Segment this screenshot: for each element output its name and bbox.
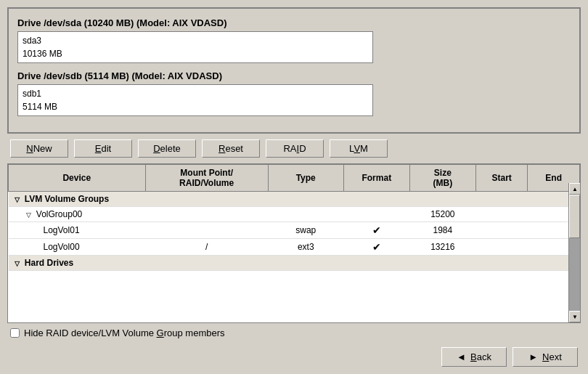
format-check: ✔ [372, 224, 381, 236]
delete-button[interactable]: Delete [138, 139, 196, 158]
drive2-info: sdb1 5114 MB [17, 84, 373, 116]
partition-table-container: Device Mount Point/RAID/Volume Type Form… [7, 163, 581, 323]
col-format: Format [343, 165, 409, 192]
lvm-section-arrow: ▽ [15, 196, 20, 203]
table-row: ▽ Hard Drives [9, 256, 580, 271]
scrollbar[interactable]: ▲ ▼ [568, 183, 580, 322]
partition-table: Device Mount Point/RAID/Volume Type Form… [8, 164, 580, 271]
hd-section-label: Hard Drives [25, 258, 73, 268]
drive1-title: Drive /dev/sda (10240 MB) (Model: AIX VD… [17, 17, 571, 28]
next-button[interactable]: ► Next [513, 347, 578, 367]
back-label: Back [470, 351, 491, 362]
table-row: LogVol01 swap ✔ 1984 [9, 222, 580, 239]
main-container: Drive /dev/sda (10240 MB) (Model: AIX VD… [0, 0, 588, 374]
table-row: ▽ LVM Volume Groups [9, 192, 580, 207]
new-button[interactable]: NNew [10, 139, 68, 158]
drives-panel: Drive /dev/sda (10240 MB) (Model: AIX VD… [7, 7, 581, 134]
hide-members-label: Hide RAID device/LVM Volume Group member… [24, 328, 225, 338]
table-scroll[interactable]: Device Mount Point/RAID/Volume Type Form… [8, 164, 580, 322]
drive1-info: sda3 10136 MB [17, 31, 373, 63]
col-start: Start [475, 165, 528, 192]
next-label: Next [542, 351, 562, 362]
drive2-title: Drive /dev/sdb (5114 MB) (Model: AIX VDA… [17, 70, 571, 81]
scroll-up-button[interactable]: ▲ [569, 183, 581, 195]
col-type: Type [268, 165, 343, 192]
scroll-down-button[interactable]: ▼ [569, 311, 581, 322]
col-mount: Mount Point/RAID/Volume [145, 165, 268, 192]
back-icon: ◄ [457, 351, 466, 362]
col-device: Device [9, 165, 146, 192]
volgroup-arrow: ▽ [26, 211, 31, 219]
col-size: Size(MB) [409, 165, 475, 192]
table-row: LogVol00 / ext3 ✔ 13216 [9, 239, 580, 256]
drive2-device: sdb1 [23, 89, 41, 99]
next-icon: ► [528, 351, 538, 362]
drive1-device: sda3 [23, 36, 41, 46]
scrollbar-thumb[interactable] [569, 195, 580, 238]
drive1-size: 10136 MB [23, 49, 62, 59]
lvm-button[interactable]: LVM [330, 139, 388, 158]
footer-row: ◄ Back ► Next [7, 343, 581, 367]
drive2-size: 5114 MB [23, 102, 57, 112]
hide-members-checkbox[interactable] [10, 328, 20, 338]
edit-button[interactable]: Edit [74, 139, 132, 158]
scrollbar-track[interactable] [569, 195, 580, 311]
hd-section-arrow: ▽ [15, 260, 20, 267]
lvm-section-label: LVM Volume Groups [25, 194, 109, 204]
table-row: ▽ VolGroup00 15200 [9, 207, 580, 222]
drive2-section: Drive /dev/sdb (5114 MB) (Model: AIX VDA… [17, 70, 571, 116]
reset-button[interactable]: Reset [202, 139, 260, 158]
format-check: ✔ [372, 241, 381, 253]
button-row: NNew Edit Delete Reset RAID LVM [7, 139, 581, 158]
checkbox-row: Hide RAID device/LVM Volume Group member… [7, 323, 581, 343]
back-button[interactable]: ◄ Back [441, 347, 507, 367]
raid-button[interactable]: RAID [266, 139, 324, 158]
drive1-section: Drive /dev/sda (10240 MB) (Model: AIX VD… [17, 17, 571, 63]
